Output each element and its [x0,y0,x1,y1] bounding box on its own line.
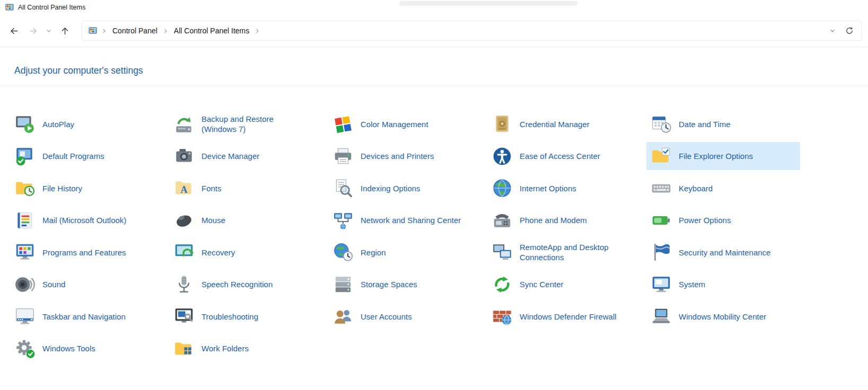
control-panel-item-security-and-maintenance[interactable]: Security and Maintenance [646,238,800,267]
indexing-options-icon [332,178,354,199]
control-panel-item-label[interactable]: Work Folders [201,343,249,354]
control-panel-item-label[interactable]: Mail (Microsoft Outlook) [42,215,126,226]
control-panel-item-label[interactable]: Credential Manager [520,119,590,130]
recent-locations-dropdown[interactable] [42,22,55,40]
up-button[interactable] [55,22,74,40]
titlebar: All Control Panel Items [0,0,868,15]
control-panel-item-recovery[interactable]: Recovery [169,238,323,267]
control-panel-item-device-manager[interactable]: Device Manager [169,142,323,170]
control-panel-item-label[interactable]: Date and Time [679,119,731,130]
refresh-button[interactable] [840,22,859,40]
back-arrow-icon [10,26,19,36]
control-panel-item-backup-and-restore-windows-7[interactable]: Backup and Restore (Windows 7) [169,110,323,138]
storage-spaces-icon [332,274,354,295]
control-panel-item-label[interactable]: Speech Recognition [201,279,273,290]
breadcrumb-chevron-icon[interactable] [162,28,170,34]
control-panel-item-work-folders[interactable]: Work Folders [169,334,323,362]
control-panel-item-label[interactable]: System [679,279,705,290]
control-panel-item-label[interactable]: File Explorer Options [679,151,753,162]
control-panel-item-ease-of-access-center[interactable]: Ease of Access Center [487,142,641,170]
control-panel-item-phone-and-modem[interactable]: Phone and Modem [487,206,641,234]
breadcrumb-control-panel[interactable]: Control Panel [109,26,161,35]
control-panel-item-windows-defender-firewall[interactable]: Windows Defender Firewall [487,303,641,331]
control-panel-item-label[interactable]: Windows Mobility Center [679,312,766,322]
control-panel-item-label[interactable]: Keyboard [679,183,713,194]
control-panel-item-label[interactable]: Backup and Restore (Windows 7) [201,114,308,135]
speech-recognition-icon [173,274,195,295]
mobility-center-icon [651,306,672,327]
control-panel-item-remoteapp-and-desktop-connections[interactable]: RemoteApp and Desktop Connections [487,238,641,267]
control-panel-item-fonts[interactable]: A Fonts [169,174,323,202]
control-panel-item-label[interactable]: Programs and Features [42,247,126,258]
control-panel-item-file-history[interactable]: File History [10,174,164,202]
navigation-bar: Control Panel All Control Panel Items [0,15,868,47]
control-panel-item-windows-mobility-center[interactable]: Windows Mobility Center [646,303,800,331]
recovery-icon [173,242,195,263]
control-panel-item-label[interactable]: Fonts [201,183,222,194]
control-panel-item-label[interactable]: Color Management [361,119,428,130]
control-panel-item-mail-microsoft-outlook[interactable]: Mail (Microsoft Outlook) [10,206,164,234]
control-panel-item-devices-and-printers[interactable]: Devices and Printers [328,142,482,170]
control-panel-item-label[interactable]: Sync Center [520,279,564,290]
control-panel-item-sound[interactable]: Sound [10,270,164,298]
control-panel-item-label[interactable]: Network and Sharing Center [361,215,461,226]
address-bar-dropdown[interactable] [826,22,839,40]
control-panel-item-label[interactable]: Security and Maintenance [679,247,770,258]
control-panel-item-label[interactable]: Default Programs [42,151,104,162]
control-panel-item-label[interactable]: User Accounts [361,312,412,322]
control-panel-item-programs-and-features[interactable]: Programs and Features [10,238,164,267]
taskbar-navigation-icon [14,306,36,327]
control-panel-item-taskbar-and-navigation[interactable]: Taskbar and Navigation [10,303,164,331]
mail-icon [14,210,36,231]
control-panel-item-region[interactable]: Region [328,238,482,267]
control-panel-item-label[interactable]: Power Options [679,215,731,226]
control-panel-item-label[interactable]: AutoPlay [42,119,74,130]
control-panel-item-label[interactable]: Troubleshooting [201,312,258,322]
control-panel-item-file-explorer-options[interactable]: File Explorer Options [646,142,800,170]
control-panel-item-speech-recognition[interactable]: Speech Recognition [169,270,323,298]
control-panel-item-label[interactable]: Storage Spaces [361,279,417,290]
control-panel-item-label[interactable]: Ease of Access Center [520,151,600,162]
remoteapp-icon [492,242,513,263]
date-time-icon [651,113,672,135]
back-button[interactable] [4,22,23,40]
control-panel-item-user-accounts[interactable]: User Accounts [328,303,482,331]
control-panel-item-label[interactable]: Region [361,247,386,258]
control-panel-item-label[interactable]: File History [42,183,82,194]
control-panel-item-label[interactable]: Recovery [201,247,235,258]
control-panel-item-storage-spaces[interactable]: Storage Spaces [328,270,482,298]
control-panel-item-label[interactable]: RemoteApp and Desktop Connections [520,242,626,263]
control-panel-item-date-and-time[interactable]: Date and Time [646,110,800,138]
breadcrumb-chevron-icon[interactable] [253,28,261,34]
control-panel-item-label[interactable]: Indexing Options [361,183,420,194]
control-panel-item-troubleshooting[interactable]: Troubleshooting [169,303,323,331]
control-panel-item-label[interactable]: Taskbar and Navigation [42,312,126,322]
control-panel-item-mouse[interactable]: Mouse [169,206,323,234]
control-panel-item-label[interactable]: Phone and Modem [520,215,587,226]
control-panel-item-network-and-sharing-center[interactable]: Network and Sharing Center [328,206,482,234]
control-panel-item-label[interactable]: Internet Options [520,183,576,194]
control-panel-item-label[interactable]: Sound [42,279,65,290]
control-panel-item-autoplay[interactable]: AutoPlay [10,110,164,138]
control-panel-item-label[interactable]: Devices and Printers [361,151,434,162]
control-panel-item-keyboard[interactable]: Keyboard [646,174,800,202]
control-panel-item-label[interactable]: Mouse [201,215,225,226]
control-panel-item-internet-options[interactable]: Internet Options [487,174,641,202]
control-panel-item-label[interactable]: Device Manager [201,151,259,162]
control-panel-item-credential-manager[interactable]: Credential Manager [487,110,641,138]
control-panel-item-color-management[interactable]: Color Management [328,110,482,138]
breadcrumb-all-control-panel-items[interactable]: All Control Panel Items [171,26,252,35]
control-panel-item-label[interactable]: Windows Tools [42,343,95,354]
forward-button[interactable] [23,22,42,40]
control-panel-item-windows-tools[interactable]: Windows Tools [10,334,164,362]
control-panel-item-sync-center[interactable]: Sync Center [487,270,641,298]
titlebar-search-region [399,1,577,6]
breadcrumb-chevron-icon[interactable] [100,28,108,34]
control-panel-item-label[interactable]: Windows Defender Firewall [520,312,617,322]
control-panel-item-indexing-options[interactable]: Indexing Options [328,174,482,202]
control-panel-item-default-programs[interactable]: Default Programs [10,142,164,170]
up-arrow-icon [60,26,69,36]
control-panel-item-power-options[interactable]: Power Options [646,206,800,234]
address-bar[interactable]: Control Panel All Control Panel Items [82,21,862,41]
control-panel-item-system[interactable]: System [646,270,800,298]
